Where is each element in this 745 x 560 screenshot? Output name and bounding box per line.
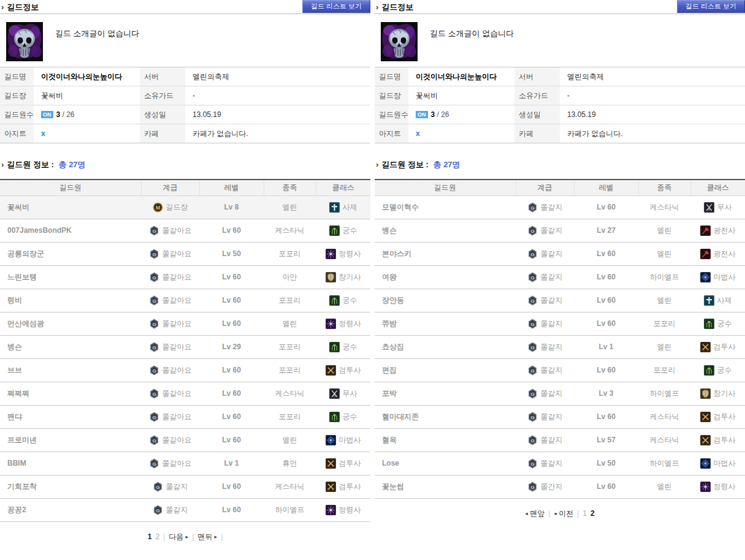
member-name: 007JamesBondPK — [0, 219, 141, 242]
member-name: Lose — [375, 452, 516, 475]
members-table: 길드원 계급 레벨 종족 클래스 모델이혁수 G 쫄같지 Lv 60 케스타닉 … — [375, 179, 745, 499]
column-header-level: 레벨 — [199, 180, 264, 195]
member-level: Lv 60 — [574, 289, 638, 312]
archer-icon — [329, 412, 340, 422]
member-class-label: 정령사 — [339, 319, 361, 329]
svg-text:G: G — [152, 437, 156, 443]
member-name: 브브 — [0, 358, 141, 382]
page-title-text: 길드정보 — [381, 2, 413, 12]
member-level: Lv 60 — [574, 475, 638, 498]
pager-separator: | — [221, 532, 223, 541]
warrior-icon — [329, 388, 340, 399]
member-rank-cell: G 쫄같지 — [516, 219, 574, 242]
pager-separator: | — [577, 509, 579, 518]
archer-icon — [329, 225, 340, 236]
member-class-cell: 검투사 — [316, 358, 370, 382]
member-rank-label: 쫄같아요 — [162, 458, 192, 469]
svg-text:G: G — [152, 368, 156, 373]
member-medal-icon: G — [149, 388, 159, 399]
pager-first[interactable]: ◂ 맨앞 — [525, 509, 544, 518]
member-race: 하이엘프 — [638, 452, 690, 475]
member-medal-icon: G — [527, 388, 538, 399]
member-level: Lv 57 — [574, 428, 638, 452]
table-row: 여왕 G 쫄같지 Lv 60 하이엘프 마법사 — [375, 265, 745, 289]
priest-icon — [329, 202, 340, 213]
member-medal-icon: G — [149, 272, 159, 282]
member-race: 포포리 — [264, 358, 316, 382]
member-rank-cell: G 쫄같아요 — [141, 335, 199, 358]
guild-intro: 길드 소개글이 없습니다 — [0, 14, 370, 67]
table-row: 쮸밤 G 쫄같지 Lv 60 포포리 궁수 — [375, 312, 745, 335]
member-name: 혈육 — [375, 428, 516, 452]
mystic-icon — [700, 482, 711, 492]
member-rank-label: 쫄같아요 — [162, 435, 192, 445]
member-level: Lv 60 — [574, 358, 638, 382]
member-rank-label: 쫄같지 — [541, 202, 563, 213]
guild-list-button[interactable]: 길드 리스트 보기 — [677, 0, 745, 13]
member-medal-icon: G — [149, 365, 159, 376]
member-rank-label: 쫄같아요 — [162, 272, 192, 282]
page-title: ›길드정보 — [376, 2, 413, 13]
guild-list-button[interactable]: 길드 리스트 보기 — [302, 0, 370, 13]
pager-page-1[interactable]: 1 — [583, 509, 587, 518]
member-medal-icon: G — [527, 272, 538, 282]
member-rank-cell: G 쫄같지 — [141, 475, 199, 498]
member-class-label: 마법사 — [714, 272, 736, 282]
pager-page-2[interactable]: 2 — [155, 532, 159, 541]
pager-prev[interactable]: ◂ 이전 — [554, 509, 573, 518]
pager-separator: | — [548, 509, 550, 518]
page: ›길드정보 길드 리스트 보기 길드 소개글이 없습니다 길드명 이것이너와나의… — [0, 0, 745, 542]
member-level: Lv 8 — [199, 195, 264, 219]
pager-last[interactable]: 맨뒤 ▸ — [197, 532, 217, 541]
member-race: 엘린 — [264, 195, 316, 219]
table-header-row: 길드원 계급 레벨 종족 클래스 — [0, 180, 370, 195]
member-name: 포박 — [375, 382, 516, 405]
archer-icon — [704, 319, 714, 329]
arrow-left-icon: ◂ — [554, 510, 557, 516]
member-medal-icon: G — [527, 412, 538, 422]
guild-intro: 길드 소개글이 없습니다 — [375, 14, 745, 67]
guard-value: - — [560, 86, 745, 105]
member-level: Lv 3 — [574, 382, 638, 405]
member-rank-label: 쫄같지 — [541, 458, 563, 469]
member-class-label: 궁수 — [343, 225, 357, 236]
pager-current-page: 1 — [148, 532, 152, 541]
pager-next[interactable]: 다음 ▸ — [169, 532, 188, 541]
member-medal-icon: G — [527, 202, 538, 213]
member-race: 케스타닉 — [638, 428, 690, 452]
slayer-icon — [326, 482, 336, 492]
member-rank-label: 쫄같지 — [541, 319, 563, 329]
cafe-value: 카페가 없습니다. — [560, 124, 745, 143]
member-class-label: 검투사 — [714, 342, 736, 352]
member-race: 포포리 — [264, 289, 316, 312]
member-class-cell: 정령사 — [316, 312, 370, 335]
chevron-right-icon: › — [1, 160, 4, 169]
archer-icon — [329, 342, 340, 352]
lancer-icon — [326, 272, 336, 282]
member-race: 포포리 — [264, 335, 316, 358]
sorcerer-icon — [700, 458, 711, 469]
member-rank-cell: G 쫄같지 — [516, 195, 574, 219]
member-class-cell: 궁수 — [690, 358, 745, 382]
table-row: 병슨 G 쫄같아요 Lv 29 포포리 궁수 — [0, 335, 370, 358]
member-class-cell: 창기사 — [690, 382, 745, 405]
mystic-icon — [326, 319, 336, 329]
member-name: 쵸상집 — [375, 335, 516, 358]
member-class-cell: 사제 — [316, 195, 370, 219]
member-rank-cell: G 쫄같아요 — [141, 428, 199, 452]
slayer-icon — [700, 342, 711, 352]
member-class-label: 궁수 — [717, 319, 732, 329]
member-class-cell: 정령사 — [316, 242, 370, 265]
member-class-label: 창기사 — [714, 388, 736, 399]
info-label: 소유가드 — [140, 86, 185, 105]
priest-icon — [704, 295, 714, 306]
member-name: 뱅슨 — [375, 219, 516, 242]
member-name: 쮸밤 — [375, 312, 516, 335]
table-row: 꽃눈썹 G 쫄간지 Lv 60 엘린 정령사 — [375, 475, 745, 498]
member-class-cell: 마법사 — [316, 428, 370, 452]
panel-header: ›길드정보 길드 리스트 보기 — [0, 0, 370, 14]
table-row: 모델이혁수 G 쫄같지 Lv 60 케스타닉 무사 — [375, 195, 745, 219]
table-row: 편집 G 쫄같지 Lv 60 포포리 궁수 — [375, 358, 745, 382]
member-race: 케스타닉 — [264, 219, 316, 242]
member-rank-cell: G 쫄같지 — [516, 428, 574, 452]
